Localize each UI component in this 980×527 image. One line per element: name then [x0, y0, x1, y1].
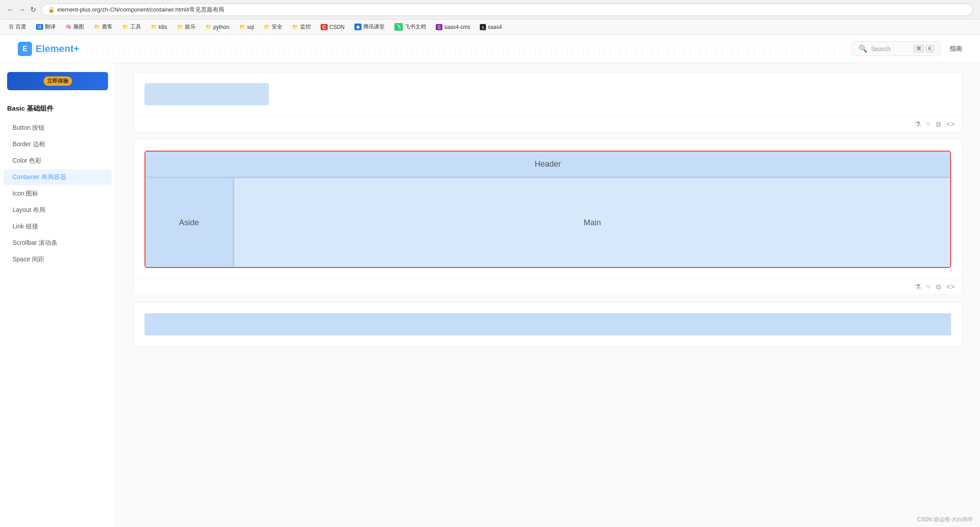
- bookmark-k8s[interactable]: k8s: [147, 23, 171, 31]
- demo-preview-3: [134, 303, 962, 346]
- kbd-cmd: ⌘: [914, 45, 924, 52]
- forward-button[interactable]: →: [19, 6, 26, 14]
- sidebar-item-button[interactable]: Button 按钮: [4, 120, 112, 136]
- bookmark-translate[interactable]: 翻译: [32, 22, 59, 32]
- demo-section-2: Header Aside Main ⚗ ⑂ ⧉ <>: [133, 140, 962, 295]
- baidu-icon: 百: [9, 24, 14, 30]
- sidebar: 立即体验 Basic 基础组件 Button 按钮 Border 边框 Colo…: [0, 63, 116, 527]
- bookmark-luku[interactable]: 鹿客: [90, 22, 116, 32]
- site-header: E Element+ 🔍 Search ⌘ K 指南: [0, 35, 980, 63]
- brain-icon: [65, 24, 72, 30]
- bookmark-saas5[interactable]: s saas4: [476, 23, 506, 31]
- bookmark-feishu-label: 飞书文档: [405, 23, 426, 31]
- sidebar-item-color[interactable]: Color 色彩: [4, 153, 112, 169]
- ent-folder-icon: [177, 24, 183, 30]
- demo-main: Main: [234, 178, 950, 267]
- bookmark-security[interactable]: 安全: [260, 22, 286, 32]
- sidebar-item-link-label: Link 链接: [12, 223, 38, 231]
- bookmark-saas5-label: saas4: [488, 24, 502, 30]
- monitor-folder-icon: [292, 24, 298, 30]
- flask-icon[interactable]: ⚗: [915, 120, 921, 128]
- address-bar[interactable]: 🔒 element-plus.org/zh-CN/component/conta…: [41, 4, 973, 16]
- code-icon-2[interactable]: <>: [946, 283, 955, 291]
- bookmark-sql[interactable]: sql: [236, 23, 257, 31]
- reload-button[interactable]: ↻: [30, 5, 36, 14]
- logo[interactable]: E Element+: [18, 42, 79, 56]
- cta-button[interactable]: 立即体验: [7, 72, 108, 90]
- copy-icon[interactable]: ⧉: [936, 120, 941, 128]
- saas5-icon: s: [480, 24, 486, 30]
- bookmark-saas4-label: saas4-cms: [444, 24, 470, 30]
- bookmark-brain-label: 脑图: [73, 23, 84, 31]
- search-bar[interactable]: 🔍 Search ⌘ K: [852, 41, 941, 56]
- demo-main-label: Main: [583, 218, 601, 228]
- code-icon[interactable]: <>: [946, 120, 955, 128]
- bookmark-baidu[interactable]: 百 百度: [5, 22, 30, 32]
- bookmark-csdn[interactable]: C CSDN: [317, 23, 348, 31]
- kbd-k: K: [926, 45, 934, 52]
- sql-folder-icon: [239, 24, 245, 30]
- page-layout: 立即体验 Basic 基础组件 Button 按钮 Border 边框 Colo…: [0, 63, 980, 527]
- copy-icon-2[interactable]: ⧉: [936, 283, 941, 291]
- bookmark-ent-label: 娱乐: [185, 23, 196, 31]
- bookmark-python[interactable]: python: [202, 23, 233, 31]
- browser-nav: ← → ↻: [7, 5, 36, 14]
- logo-plus: +: [74, 43, 80, 54]
- bookmark-brain[interactable]: 脑图: [62, 22, 88, 32]
- bookmark-monitor[interactable]: 监控: [289, 22, 314, 32]
- csdn-icon: C: [321, 24, 328, 30]
- bookmark-security-label: 安全: [272, 23, 282, 31]
- feishu-icon: 飞: [394, 23, 403, 31]
- demo-toolbar-1: ⚗ ⑂ ⧉ <>: [134, 116, 962, 132]
- demo-body-row: Aside Main: [145, 178, 950, 267]
- keyboard-hint: ⌘ K: [914, 45, 934, 52]
- bookmark-tools[interactable]: 工具: [119, 22, 145, 32]
- bookmark-csdn-label: CSDN: [329, 24, 345, 30]
- url-text: element-plus.org/zh-CN/component/contain…: [57, 6, 224, 14]
- demo-aside: Aside: [145, 178, 234, 267]
- bookmark-tencent[interactable]: ◆ 腾讯课堂: [351, 22, 388, 32]
- bookmark-monitor-label: 监控: [300, 23, 311, 31]
- demo-container-layout: Header Aside Main: [145, 151, 951, 268]
- demo-header-label: Header: [534, 160, 561, 169]
- guide-link[interactable]: 指南: [950, 45, 962, 53]
- bookmark-k8s-label: k8s: [159, 24, 167, 30]
- bookmarks-bar: 百 百度 翻译 脑图 鹿客 工具 k8s 娱乐 python sql 安全 监控: [0, 20, 980, 35]
- fork-icon-2[interactable]: ⑂: [926, 283, 931, 291]
- bookmark-ent[interactable]: 娱乐: [173, 22, 199, 32]
- sidebar-item-icon[interactable]: Icon 图标: [4, 186, 112, 202]
- demo-section-1: ⚗ ⑂ ⧉ <>: [133, 72, 962, 132]
- demo-preview-1: [134, 72, 962, 116]
- demo-section-3: [133, 302, 962, 347]
- bookmark-tools-label: 工具: [130, 23, 141, 31]
- sidebar-item-container[interactable]: Container 布局容器: [4, 169, 112, 185]
- sidebar-item-space[interactable]: Space 间距: [4, 252, 112, 267]
- sidebar-item-link[interactable]: Link 链接: [4, 219, 112, 235]
- bookmark-feishu[interactable]: 飞 飞书文档: [391, 22, 430, 32]
- sidebar-cta: 立即体验: [7, 72, 108, 90]
- sidebar-item-icon-label: Icon 图标: [12, 190, 38, 198]
- sidebar-item-container-label: Container 布局容器: [12, 173, 66, 181]
- sidebar-item-button-label: Button 按钮: [12, 124, 44, 132]
- header-right: 🔍 Search ⌘ K 指南: [852, 41, 962, 56]
- sidebar-item-scrollbar[interactable]: Scrollbar 滚动条: [4, 235, 112, 251]
- search-placeholder-text: Search: [871, 45, 891, 52]
- sidebar-item-space-label: Space 间距: [12, 256, 44, 264]
- k8s-folder-icon: [151, 24, 157, 30]
- luku-folder-icon: [94, 24, 100, 30]
- fork-icon[interactable]: ⑂: [926, 120, 931, 128]
- browser-chrome: ← → ↻ 🔒 element-plus.org/zh-CN/component…: [0, 0, 980, 20]
- sidebar-item-layout-label: Layout 布局: [12, 206, 45, 214]
- tools-folder-icon: [122, 24, 129, 30]
- flask-icon-2[interactable]: ⚗: [915, 283, 921, 291]
- cta-label: 立即体验: [44, 76, 72, 86]
- sidebar-item-layout[interactable]: Layout 布局: [4, 202, 112, 218]
- sidebar-item-border[interactable]: Border 边框: [4, 136, 112, 152]
- tencent-icon: ◆: [354, 24, 361, 30]
- header-decoration: [79, 36, 852, 62]
- bookmark-saas4[interactable]: S saas4-cms: [432, 23, 474, 31]
- bookmark-translate-label: 翻译: [45, 23, 56, 31]
- security-folder-icon: [264, 24, 270, 30]
- saas4-icon: S: [436, 24, 442, 30]
- back-button[interactable]: ←: [7, 6, 14, 14]
